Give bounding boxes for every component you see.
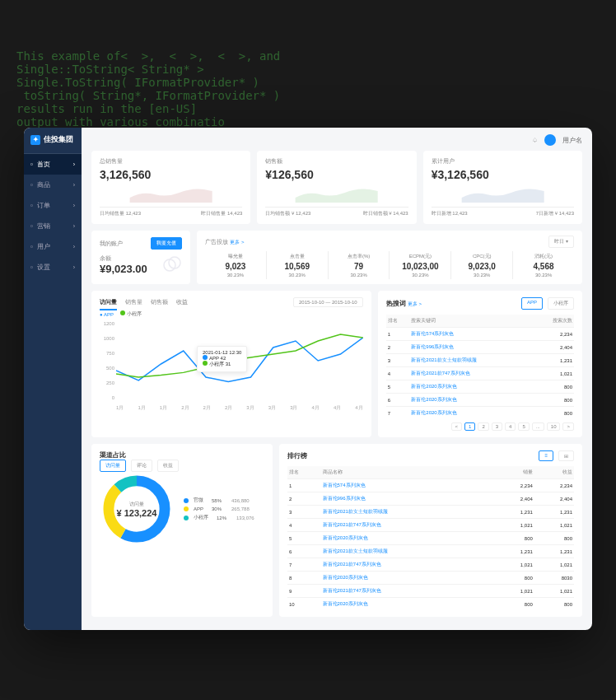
nav-goods[interactable]: ▫商品› <box>24 175 82 195</box>
table-row: 3新百伦2021款女士短款羽绒服1,2311,231 <box>287 506 574 519</box>
rank-title: 排行榜 <box>287 451 307 460</box>
hs-tab[interactable]: 小程序 <box>548 297 574 310</box>
page-button[interactable]: > <box>562 422 574 431</box>
product-link[interactable]: 新百伦2021款女士短款羽绒服 <box>323 548 388 553</box>
table-row: 4新百伦2021款747系列灰色1,0211,021 <box>287 519 574 532</box>
keyword-link[interactable]: 新百伦2020系列灰色 <box>411 397 456 402</box>
hot-search-card: 热搜词 更多 > APP小程序 排名搜索关键词搜索次数 1新百伦574系列灰色2… <box>378 291 582 437</box>
app-window: ✦ 佳投集团 ▫首页›▫商品›▫订单›▫营销›▫用户›▫设置› ♤ 用户名 总销… <box>24 128 592 630</box>
product-link[interactable]: 新百伦2021款747系列灰色 <box>323 588 381 593</box>
page-button[interactable]: 10 <box>547 422 561 431</box>
sidebar: ✦ 佳投集团 ▫首页›▫商品›▫订单›▫营销›▫用户›▫设置› <box>24 128 82 630</box>
table-row: 7新百伦2020系列灰色800 <box>386 407 574 420</box>
table-row: 4新百伦2021款747系列灰色1,021 <box>386 367 574 380</box>
table-row: 9新百伦2021款747系列灰色1,0211,021 <box>287 585 574 598</box>
wallet-title: 我的账户 <box>100 240 123 248</box>
keyword-link[interactable]: 新百伦2021款女士短款羽绒服 <box>411 357 476 362</box>
rank-table: 排名商品名称销量收益 1新百伦574系列灰色2,2342,2342新百伦996系… <box>287 466 574 610</box>
traffic-card: 访问量销售量销售额收益 2015-10-10 — 2015-10-10 ● AP… <box>91 291 371 437</box>
nav-home[interactable]: ▫首页› <box>24 154 82 175</box>
traffic-tab[interactable]: 销售量 <box>125 298 142 306</box>
keyword-link[interactable]: 新百伦996系列灰色 <box>411 344 454 349</box>
page-button[interactable]: < <box>451 422 463 431</box>
product-link[interactable]: 新百伦574系列灰色 <box>323 483 366 488</box>
product-link[interactable]: 新百伦996系列灰色 <box>323 496 366 501</box>
hot-search-title: 热搜词 <box>386 300 406 307</box>
ad-more-link[interactable]: 更多 > <box>230 240 244 245</box>
page-button[interactable]: ... <box>532 422 544 431</box>
product-link[interactable]: 新百伦2021款747系列灰色 <box>323 562 381 567</box>
marketing-icon: ▫ <box>30 222 33 230</box>
product-link[interactable]: 新百伦2020系列灰色 <box>323 601 368 606</box>
pie-legend-item: 官微58%436,880 <box>184 497 254 504</box>
traffic-tab[interactable]: 销售额 <box>151 298 168 306</box>
nav-marketing[interactable]: ▫营销› <box>24 216 82 236</box>
logo: ✦ 佳投集团 <box>24 134 82 154</box>
product-link[interactable]: 新百伦2021款女士短款羽绒服 <box>323 509 388 514</box>
channel-pie-chart: 访问量 ¥ 123,224 <box>100 472 174 546</box>
keyword-link[interactable]: 新百伦2021款747系列灰色 <box>411 371 469 376</box>
channel-card: 渠道占比 访问量评论收益 访问量 ¥ 123,224 官微58%436,880A… <box>91 444 273 617</box>
user-icon: ▫ <box>30 243 33 250</box>
rank-view-list[interactable]: ≡ <box>539 450 553 461</box>
date-range-picker[interactable]: 2015-10-10 — 2015-10-10 <box>293 297 363 307</box>
traffic-tab[interactable]: 收益 <box>176 298 188 306</box>
wallet-label: 余额 <box>100 254 147 263</box>
nav-order[interactable]: ▫订单› <box>24 195 82 216</box>
nav-user[interactable]: ▫用户› <box>24 236 82 257</box>
kpi-card: 累计用户¥3,126,560昨日新增 12,4237日新增 ¥ 14,423 <box>423 151 582 224</box>
channel-tab[interactable]: 收益 <box>157 460 179 472</box>
keyword-link[interactable]: 新百伦2020系列灰色 <box>411 410 456 415</box>
product-link[interactable]: 新百伦2020系列灰色 <box>323 535 368 540</box>
hs-tab[interactable]: APP <box>521 297 543 310</box>
ad-card: 广告投放 更多 > 昨日 ▾ 曝光量9,02330.23%点击量10,56930… <box>197 231 582 284</box>
legend-item[interactable]: 小程序 <box>120 310 142 318</box>
hot-search-more[interactable]: 更多 > <box>408 301 422 306</box>
table-row: 2新百伦996系列灰色2,4042,404 <box>287 492 574 506</box>
table-row: 10新百伦2020系列灰色800800 <box>287 598 574 611</box>
chart-tooltip: 2021-01-12 12:30 APP 42 小程序 31 <box>197 346 247 372</box>
pie-center-value: ¥ 123,224 <box>117 508 157 518</box>
nav-settings[interactable]: ▫设置› <box>24 257 82 278</box>
table-row: 5新百伦2020系列灰色800 <box>386 380 574 394</box>
notification-icon[interactable]: ♤ <box>532 137 538 144</box>
legend-item[interactable]: ● APP <box>100 312 114 317</box>
logo-icon: ✦ <box>30 135 40 145</box>
channel-title: 渠道占比 <box>100 451 126 459</box>
keyword-link[interactable]: 新百伦574系列灰色 <box>411 331 454 336</box>
traffic-chart: 120010007505002500 2021-01-12 12:30 APP … <box>100 321 363 412</box>
kpi-card: 销售额¥126,560日均销售额 ¥ 12,423昨日销售额 ¥ 14,423 <box>257 151 416 224</box>
channel-tab[interactable]: 评论 <box>131 460 152 472</box>
order-icon: ▫ <box>30 202 33 209</box>
background-code: This example of< >, < >, < >, and Single… <box>16 49 280 128</box>
pie-center-label: 访问量 <box>129 501 144 508</box>
table-row: 6新百伦2020系列灰色800 <box>386 394 574 407</box>
username[interactable]: 用户名 <box>562 136 582 145</box>
avatar[interactable] <box>544 134 556 146</box>
table-row: 2新百伦996系列灰色2,404 <box>386 341 574 354</box>
product-link[interactable]: 新百伦2021款747系列灰色 <box>323 522 381 527</box>
recharge-button[interactable]: 我要充值 <box>151 237 182 250</box>
ad-period-select[interactable]: 昨日 ▾ <box>548 236 574 248</box>
page-button[interactable]: 5 <box>518 422 529 431</box>
coin-icon <box>162 255 182 275</box>
rank-view-grid[interactable]: ⊞ <box>558 450 574 461</box>
ad-metric: 点击率(%)7930.23% <box>328 251 390 279</box>
brand-name: 佳投集团 <box>44 134 73 145</box>
pie-legend-item: APP30%265,788 <box>184 506 254 511</box>
rank-card: 排行榜 ≡ ⊞ 排名商品名称销量收益 1新百伦574系列灰色2,2342,234… <box>279 444 582 617</box>
page-button[interactable]: 4 <box>505 422 516 431</box>
topbar: ♤ 用户名 <box>91 134 582 151</box>
keyword-link[interactable]: 新百伦2020系列灰色 <box>411 384 456 389</box>
channel-tab[interactable]: 访问量 <box>100 460 126 472</box>
product-link[interactable]: 新百伦2020系列灰色 <box>323 575 368 580</box>
page-button[interactable]: 3 <box>492 422 502 431</box>
wallet-value: ¥9,023.00 <box>100 263 147 275</box>
ad-metric: 消耗(元)4,56830.23% <box>512 251 574 279</box>
page-button[interactable]: 1 <box>464 422 475 431</box>
ad-metric: 曝光量9,02330.23% <box>205 251 266 279</box>
traffic-tab[interactable]: 访问量 <box>100 298 117 310</box>
page-button[interactable]: 2 <box>478 422 488 431</box>
goods-icon: ▫ <box>30 181 33 189</box>
settings-icon: ▫ <box>30 264 33 271</box>
